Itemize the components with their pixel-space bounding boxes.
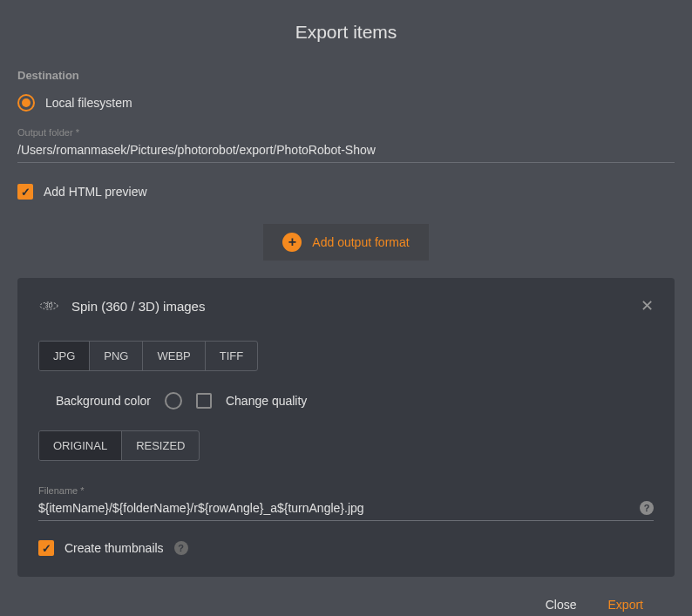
background-color-swatch[interactable] [165, 392, 182, 410]
close-panel-icon[interactable]: ✕ [641, 296, 654, 315]
close-button[interactable]: Close [546, 598, 577, 612]
add-output-format-button[interactable]: + Add output format [263, 224, 429, 261]
size-resized-button[interactable]: RESIZED [121, 431, 199, 460]
destination-option-label: Local filesystem [45, 96, 132, 110]
checkbox-checked-icon: ✓ [38, 540, 54, 556]
background-color-label: Background color [56, 394, 151, 408]
format-png-button[interactable]: PNG [89, 342, 142, 370]
size-original-button[interactable]: ORIGINAL [39, 431, 121, 460]
create-thumbnails-row[interactable]: ✓ Create thumbnails ? [38, 540, 654, 556]
panel-title: Spin (360 / 3D) images [71, 299, 205, 314]
add-html-preview-label: Add HTML preview [44, 185, 147, 199]
thumbnails-help-icon[interactable]: ? [174, 541, 188, 555]
format-tiff-button[interactable]: TIFF [205, 342, 257, 370]
spin-3d-icon: 3D [38, 295, 59, 316]
add-html-preview-row[interactable]: ✓ Add HTML preview [17, 184, 675, 200]
format-webp-button[interactable]: WEBP [142, 342, 204, 370]
output-folder-input[interactable] [17, 139, 675, 163]
change-quality-checkbox[interactable] [196, 393, 212, 409]
add-output-format-label: Add output format [312, 235, 409, 249]
destination-label: Destination [17, 69, 675, 82]
size-toggle-group: ORIGINAL RESIZED [38, 430, 200, 461]
export-button[interactable]: Export [608, 598, 643, 612]
create-thumbnails-label: Create thumbnails [64, 541, 164, 555]
output-format-panel: 3D Spin (360 / 3D) images ✕ JPG PNG WEBP… [17, 278, 675, 577]
format-jpg-button[interactable]: JPG [39, 342, 89, 370]
svg-text:3D: 3D [45, 302, 53, 308]
filename-input[interactable] [38, 498, 654, 521]
dialog-title: Export items [0, 0, 692, 69]
checkbox-checked-icon: ✓ [17, 184, 33, 200]
radio-selected-icon [17, 94, 35, 112]
destination-radio-local[interactable]: Local filesystem [17, 94, 675, 112]
output-folder-label: Output folder * [17, 127, 675, 138]
format-toggle-group: JPG PNG WEBP TIFF [38, 341, 258, 371]
plus-icon: + [282, 233, 302, 252]
filename-label: Filename * [38, 485, 654, 496]
change-quality-label: Change quality [226, 394, 307, 408]
filename-help-icon[interactable]: ? [640, 501, 654, 515]
